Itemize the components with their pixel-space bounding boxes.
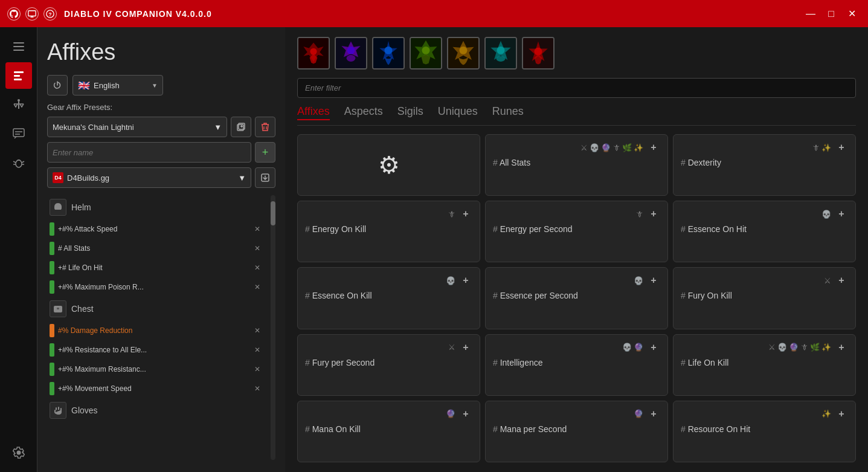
dropdown-arrow-icon: ▼ — [152, 82, 158, 89]
remove-affix-button[interactable]: ✕ — [251, 281, 263, 293]
tab-sigils[interactable]: Sigils — [397, 105, 423, 120]
affix-class-icons: 🗡 — [635, 210, 643, 219]
remove-affix-button[interactable]: ✕ — [251, 325, 263, 337]
sidebar-item-balance[interactable] — [5, 91, 32, 118]
gear-affix-label: Gear Affix Presets: — [47, 103, 275, 112]
class-icon-nec3: 💀 — [446, 276, 455, 285]
add-affix-button[interactable]: + — [647, 407, 660, 421]
class-icon-barbarian[interactable] — [297, 37, 330, 70]
affix-text: +#% Resistance to All Ele... — [58, 346, 248, 354]
remove-affix-button[interactable]: ✕ — [251, 262, 263, 274]
add-affix-button[interactable]: + — [835, 407, 848, 421]
affix-class-icons: ⚔ — [824, 276, 831, 285]
affix-card-name: # Mana per Second — [493, 424, 660, 434]
add-affix-button[interactable]: + — [459, 407, 472, 421]
affix-card-name: # Fury On Kill — [681, 291, 848, 300]
sidebar-item-bug[interactable] — [5, 149, 32, 176]
list-item: +#% Maximum Poison R... ✕ — [47, 277, 266, 297]
add-preset-button[interactable]: + — [255, 142, 275, 163]
class-icon-all3: 🔮 — [789, 343, 799, 352]
sidebar-item-settings[interactable] — [5, 439, 32, 466]
title-bar: ? DIABLO IV COMPANION V4.0.0.0 — □ ✕ — [0, 0, 868, 27]
svg-rect-6 — [13, 46, 24, 47]
add-affix-button[interactable]: + — [647, 207, 660, 221]
minimize-button[interactable]: — — [802, 5, 820, 23]
settings-card[interactable]: ⚙ — [297, 134, 480, 196]
add-affix-button[interactable]: + — [459, 341, 472, 354]
tab-affixes[interactable]: Affixes — [297, 105, 330, 120]
affix-bar — [50, 242, 54, 255]
add-affix-button[interactable]: + — [647, 141, 660, 154]
remove-affix-button[interactable]: ✕ — [251, 344, 263, 356]
tab-uniques[interactable]: Uniques — [438, 105, 478, 120]
add-affix-button[interactable]: + — [835, 207, 848, 221]
affix-card-life-on-kill: ⚔ 💀 🔮 🗡 🌿 ✨ + # Life On Kill — [673, 334, 856, 396]
delete-preset-button[interactable] — [255, 117, 275, 137]
class-icon-necromancer[interactable] — [335, 37, 367, 70]
settings-gear-icon: ⚙ — [378, 151, 400, 179]
sidebar-item-menu[interactable] — [5, 33, 32, 60]
affix-card-name: # Fury per Second — [305, 358, 472, 367]
monitor-icon[interactable] — [25, 7, 39, 21]
tab-runes[interactable]: Runes — [492, 105, 524, 120]
affix-bar — [50, 363, 54, 376]
class-icon-druid[interactable] — [447, 37, 480, 70]
d4builds-selector[interactable]: D4 D4Builds.gg ▼ — [47, 167, 251, 188]
remove-affix-button[interactable]: ✕ — [251, 223, 263, 235]
affix-card-name: # Essence On Hit — [681, 224, 848, 234]
class-icon-spb2: ✨ — [821, 143, 831, 152]
svg-text:?: ? — [48, 11, 51, 17]
tab-aspects[interactable]: Aspects — [344, 105, 383, 120]
add-affix-button[interactable]: + — [459, 207, 472, 221]
class-icon-sor2: 🔮 — [634, 343, 643, 352]
class-icon-rogue[interactable] — [410, 37, 442, 70]
d4builds-import-button[interactable] — [255, 167, 275, 188]
svg-rect-14 — [13, 129, 24, 137]
gear-scrollbar[interactable] — [271, 195, 275, 460]
svg-rect-5 — [13, 42, 24, 44]
class-icon-rog2: 🗡 — [812, 143, 820, 152]
affix-card-all-stats: ⚔ 💀 🔮 🗡 🌿 ✨ + # All Stats — [485, 134, 668, 196]
power-button[interactable] — [47, 75, 68, 95]
sidebar-item-message[interactable] — [5, 120, 32, 147]
class-icon-spiritborn[interactable] — [484, 37, 517, 70]
github-icon[interactable] — [7, 7, 21, 21]
svg-point-37 — [422, 47, 430, 54]
affix-class-icons: 💀 🔮 — [622, 343, 643, 352]
svg-point-41 — [497, 47, 505, 54]
remove-affix-button[interactable]: ✕ — [251, 383, 263, 395]
language-selector[interactable]: 🇬🇧 English ▼ — [72, 75, 163, 95]
affix-card-energy-on-kill: 🗡 + # Energy On Kill — [297, 201, 480, 262]
class-icon-rog: 🗡 — [612, 143, 620, 152]
list-item: +#% Maximum Resistanc... ✕ — [47, 360, 266, 379]
help-icon[interactable]: ? — [43, 7, 57, 21]
right-panel: Affixes Aspects Sigils Uniques Runes ⚙ ⚔… — [285, 27, 868, 472]
add-affix-button[interactable]: + — [459, 274, 472, 287]
class-icon-all[interactable] — [522, 37, 555, 70]
affix-card-fury-on-kill: ⚔ + # Fury On Kill — [673, 267, 856, 329]
class-icon-sorcerer[interactable] — [372, 37, 405, 70]
add-affix-button[interactable]: + — [835, 274, 848, 287]
sidebar-item-affixes[interactable] — [5, 62, 32, 89]
svg-rect-7 — [13, 50, 24, 51]
remove-affix-button[interactable]: ✕ — [251, 242, 263, 254]
affix-class-icons: ⚔ 💀 🔮 🗡 🌿 ✨ — [768, 343, 831, 352]
close-button[interactable]: ✕ — [843, 5, 861, 23]
add-affix-button[interactable]: + — [835, 341, 848, 354]
affix-class-icons: ⚔ 💀 🔮 🗡 🌿 ✨ — [580, 143, 643, 152]
affix-card-header: ⚔ 💀 🔮 🗡 🌿 ✨ + — [681, 341, 848, 354]
remove-affix-button[interactable]: ✕ — [251, 363, 263, 375]
add-affix-button[interactable]: + — [647, 274, 660, 287]
export-preset-button[interactable] — [231, 117, 251, 137]
filter-input[interactable] — [297, 78, 856, 98]
list-item: +# Life On Hit ✕ — [47, 258, 266, 277]
maximize-button[interactable]: □ — [822, 5, 840, 23]
preset-name-input[interactable] — [47, 142, 251, 163]
add-affix-button[interactable]: + — [835, 141, 848, 154]
helm-label: Helm — [71, 202, 91, 212]
affix-card-header: ⚔ + — [681, 274, 848, 287]
add-affix-button[interactable]: + — [647, 341, 660, 354]
preset-selector[interactable]: Mekuna's Chain Lightni ▼ — [47, 117, 227, 137]
d4builds-row: D4 D4Builds.gg ▼ — [47, 167, 275, 188]
main-layout: Affixes 🇬🇧 English ▼ Gear Affix Presets:… — [0, 27, 868, 472]
